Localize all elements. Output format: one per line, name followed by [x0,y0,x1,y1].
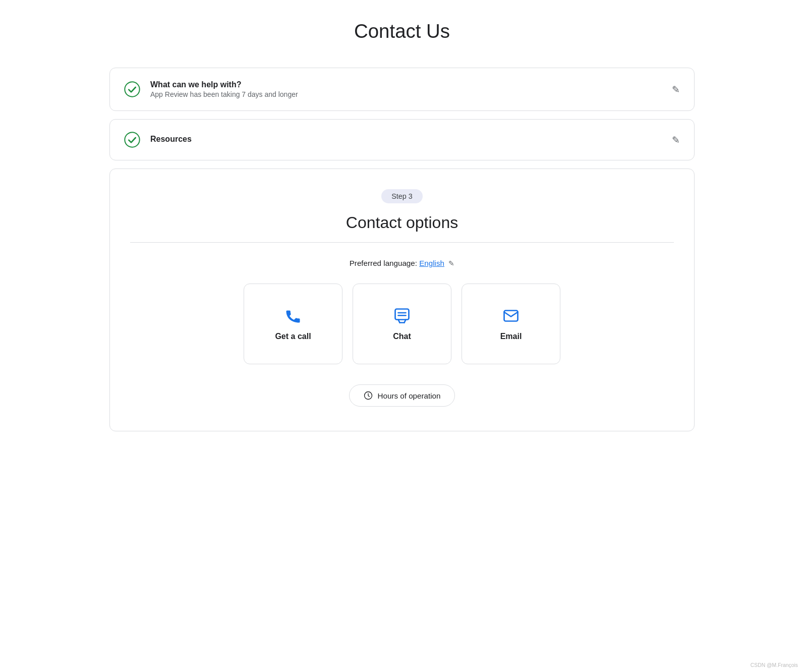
step1-subtitle: App Review has been taking 7 days and lo… [150,90,664,98]
chat-button[interactable]: Chat [353,284,451,364]
email-button[interactable]: Email [462,284,560,364]
clock-icon [364,391,373,400]
get-a-call-button[interactable]: Get a call [244,284,342,364]
svg-point-1 [125,132,139,147]
language-label: Preferred language: [350,259,417,267]
email-icon [502,307,520,325]
hours-of-operation-label: Hours of operation [378,391,441,400]
contact-buttons-row: Get a call Chat [130,284,674,364]
contact-options-title: Contact options [130,213,674,232]
divider [130,242,674,243]
get-a-call-label: Get a call [275,332,311,341]
page-title: Contact Us [109,20,695,42]
svg-point-0 [125,82,139,96]
step2-card: Resources ✎ [109,119,695,160]
step1-text: What can we help with? App Review has be… [150,80,664,98]
step1-check-icon [124,81,140,97]
phone-icon [284,307,302,325]
language-edit-icon[interactable]: ✎ [448,259,454,267]
step2-edit-button[interactable]: ✎ [672,134,680,146]
step-badge: Step 3 [381,189,423,203]
chat-icon [393,307,411,325]
step1-edit-button[interactable]: ✎ [672,84,680,95]
step3-card: Step 3 Contact options Preferred languag… [109,169,695,431]
step1-title: What can we help with? [150,80,664,89]
page-container: Contact Us What can we help with? App Re… [109,20,695,431]
step2-title: Resources [150,135,664,144]
hours-of-operation-button[interactable]: Hours of operation [349,384,455,407]
email-label: Email [500,332,522,341]
svg-rect-2 [395,309,409,320]
preferred-language: Preferred language: English ✎ [130,259,674,267]
step-badge-container: Step 3 [130,189,674,203]
language-value[interactable]: English [419,259,444,267]
chat-label: Chat [393,332,411,341]
step2-check-icon [124,132,140,148]
watermark: CSDN @M.François [751,662,798,668]
step1-card: What can we help with? App Review has be… [109,68,695,111]
step2-text: Resources [150,135,664,145]
